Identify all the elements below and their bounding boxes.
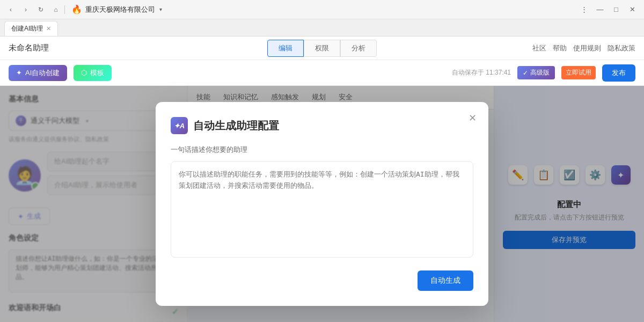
app-dropdown-icon[interactable]: ▾ [159,6,162,12]
main-content: 基本信息 千 通义千问大模型 ▾ 该服务由通义提供服务协议、隐私政策 🧑‍💼 给… [0,86,644,322]
refresh-button[interactable]: ↻ [34,3,47,16]
premium-icon: ✓ [523,69,528,77]
ai-create-label: AI自动创建 [25,68,60,78]
title-bar: ‹ › ↻ ⌂ 🔥 重庆天极网络有限公司 ▾ ⋮ — □ ✕ [0,0,644,19]
ai-create-button[interactable]: ✦ AI自动创建 [9,65,67,81]
modal-footer: 自动生成 [171,270,473,291]
tab-close-icon[interactable]: ✕ [46,25,51,32]
modal-close-button[interactable]: ✕ [465,111,480,126]
tab-bar: 创建AI助理 ✕ [0,19,644,36]
app-header: 未命名助理 编辑 权限 分析 社区 帮助 使用规则 隐私政策 [0,36,644,60]
minimize-button[interactable]: — [592,2,608,17]
publish-button[interactable]: 发布 [602,64,635,82]
modal-overlay[interactable]: ✦A 自动生成助理配置 ✕ 一句话描述你想要的助理 自动生成 [0,86,644,322]
template-button[interactable]: ⬡ 模板 [74,65,112,81]
more-button[interactable]: ⋮ [576,2,591,17]
autosave-label: 自动保存于 11:37:41 [452,68,511,77]
modal-icon-label: ✦A [174,122,185,130]
tab-label: 创建AI助理 [11,24,43,33]
premium-label: 高级版 [530,68,550,77]
tab-create-ai[interactable]: 创建AI助理 ✕ [4,21,58,36]
privacy-link[interactable]: 隐私政策 [608,43,635,53]
community-link[interactable]: 社区 [532,43,546,53]
auto-generate-button[interactable]: 自动生成 [418,270,473,291]
terms-link[interactable]: 使用规则 [573,43,601,53]
forward-button[interactable]: › [19,3,32,16]
header-tabs: 编辑 权限 分析 [267,40,377,57]
home-button[interactable]: ⌂ [49,3,62,16]
modal-icon: ✦A [171,117,188,134]
template-label: 模板 [90,68,104,78]
tab-edit[interactable]: 编辑 [267,40,304,57]
tab-analysis[interactable]: 分析 [340,40,377,57]
header-actions: 社区 帮助 使用规则 隐私政策 [532,43,635,53]
modal-title: 自动生成助理配置 [193,119,279,133]
premium-badge[interactable]: ✓ 高级版 [517,66,555,79]
modal-description-label: 一句话描述你想要的助理 [171,145,473,155]
maximize-button[interactable]: □ [609,2,624,17]
close-button[interactable]: ✕ [625,2,640,17]
ai-icon: ✦ [16,69,22,77]
trial-badge[interactable]: 立即试用 [561,66,596,79]
nav-buttons: ‹ › ↻ ⌂ [4,3,62,16]
window-controls: ⋮ — □ ✕ [576,2,640,17]
app-name: 重庆天极网络有限公司 [85,5,155,14]
trial-label: 立即试用 [566,69,591,76]
modal-textarea[interactable] [171,161,473,258]
modal-header: ✦A 自动生成助理配置 [171,117,473,134]
tab-permission[interactable]: 权限 [304,40,340,57]
toolbar: ✦ AI自动创建 ⬡ 模板 自动保存于 11:37:41 ✓ 高级版 立即试用 … [0,60,644,86]
auto-generate-modal: ✦A 自动生成助理配置 ✕ 一句话描述你想要的助理 自动生成 [156,102,488,306]
template-icon: ⬡ [81,69,87,77]
divider [64,5,65,14]
app-icon: 🔥 [71,4,82,14]
app-info: 🔥 重庆天极网络有限公司 ▾ [71,4,162,14]
back-button[interactable]: ‹ [4,3,17,16]
help-link[interactable]: 帮助 [553,43,567,53]
